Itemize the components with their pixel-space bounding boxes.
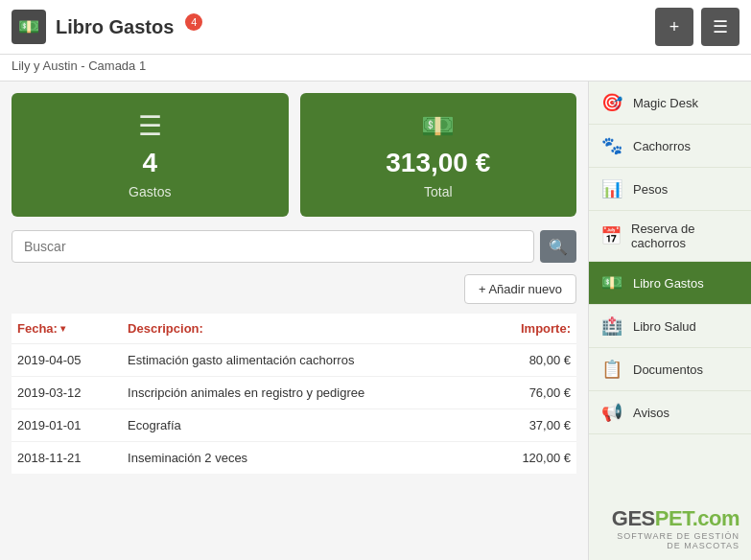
avisos-label: Avisos: [633, 406, 669, 420]
cell-description: Ecografía: [122, 409, 486, 442]
search-row: 🔍: [12, 230, 576, 263]
brand-green: PET: [655, 506, 692, 530]
sidebar-item-pesos[interactable]: 📊 Pesos: [589, 168, 751, 211]
pesos-icon: 📊: [600, 178, 623, 199]
col-importe: Importe:: [486, 314, 576, 344]
sidebar-item-documentos[interactable]: 📋 Documentos: [589, 348, 751, 391]
table-row: 2019-01-01 Ecografía 37,00 €: [12, 409, 576, 442]
search-input[interactable]: [12, 230, 534, 263]
stat-card-gastos: ☰ 4 Gastos: [12, 93, 289, 217]
search-icon: 🔍: [549, 239, 568, 255]
cell-amount: 76,00 €: [486, 377, 576, 409]
menu-icon: ☰: [713, 16, 728, 37]
header-actions: + ☰: [655, 8, 739, 46]
menu-button-header[interactable]: ☰: [701, 8, 739, 46]
brand-sub: Software de Gestión de Mascotas: [600, 531, 739, 550]
avisos-icon: 📢: [600, 402, 623, 423]
cell-description: Inscripción animales en registro y pedig…: [122, 377, 486, 409]
cell-amount: 37,00 €: [486, 409, 576, 442]
gastos-value: 4: [142, 148, 157, 178]
total-icon: 💵: [421, 110, 455, 142]
breadcrumb: Lily y Austin - Camada 1: [0, 55, 751, 82]
sort-arrow-icon: ▾: [60, 323, 65, 334]
sidebar-item-cachorros[interactable]: 🐾 Cachorros: [589, 125, 751, 168]
app-logo-icon: 💵: [12, 10, 46, 44]
content-area: ☰ 4 Gastos 💵 313,00 € Total 🔍 + Añadir n…: [0, 82, 588, 560]
documentos-label: Documentos: [633, 362, 703, 377]
libro-gastos-icon: 💵: [600, 272, 623, 293]
search-button[interactable]: 🔍: [540, 230, 576, 263]
libro-gastos-label: Libro Gastos: [633, 276, 704, 291]
notification-badge: 4: [185, 13, 202, 31]
cell-date: 2019-04-05: [12, 344, 122, 377]
cachorros-label: Cachorros: [633, 139, 691, 153]
cell-date: 2018-11-21: [12, 442, 122, 475]
expense-table: Fecha: ▾ Descripcion: Importe: 2019-04-0…: [12, 314, 576, 474]
add-row: + Añadir nuevo: [12, 274, 576, 304]
sidebar-item-libro-gastos[interactable]: 💵 Libro Gastos: [589, 262, 751, 305]
table-row: 2018-11-21 Inseminación 2 veces 120,00 €: [12, 442, 576, 475]
table-row: 2019-03-12 Inscripción animales en regis…: [12, 377, 576, 409]
main-layout: ☰ 4 Gastos 💵 313,00 € Total 🔍 + Añadir n…: [0, 82, 751, 560]
reserva-icon: 📅: [600, 225, 622, 246]
cell-amount: 80,00 €: [486, 344, 576, 377]
app-title: Libro Gastos: [56, 16, 174, 38]
stat-card-total: 💵 313,00 € Total: [300, 93, 577, 217]
stats-row: ☰ 4 Gastos 💵 313,00 € Total: [12, 93, 576, 217]
brand-dark: GES: [612, 506, 655, 530]
logo-symbol: 💵: [18, 16, 39, 37]
sidebar: 🎯 Magic Desk 🐾 Cachorros 📊 Pesos 📅 Reser…: [588, 82, 751, 560]
total-value: 313,00 €: [386, 148, 490, 178]
sidebar-item-avisos[interactable]: 📢 Avisos: [589, 391, 751, 434]
cell-amount: 120,00 €: [486, 442, 576, 475]
cell-date: 2019-03-12: [12, 377, 122, 409]
header-left: 💵 Libro Gastos 4: [12, 10, 202, 44]
pesos-label: Pesos: [633, 182, 668, 197]
magic-desk-label: Magic Desk: [633, 96, 698, 110]
cell-description: Estimación gasto alimentación cachorros: [122, 344, 486, 377]
app-header: 💵 Libro Gastos 4 + ☰: [0, 0, 751, 55]
gastos-label: Gastos: [129, 184, 171, 199]
cell-description: Inseminación 2 veces: [122, 442, 486, 475]
footer-brand: GESPET.com Software de Gestión de Mascot…: [589, 497, 751, 560]
add-new-button[interactable]: + Añadir nuevo: [464, 274, 576, 304]
table-row: 2019-04-05 Estimación gasto alimentación…: [12, 344, 576, 377]
brand-name: GESPET.com: [600, 506, 739, 531]
cachorros-icon: 🐾: [600, 135, 623, 156]
brand-ext: .com: [692, 506, 739, 530]
libro-salud-label: Libro Salud: [633, 319, 696, 334]
gastos-icon: ☰: [138, 110, 162, 142]
documentos-icon: 📋: [600, 359, 623, 380]
add-button-header[interactable]: +: [655, 8, 693, 46]
cell-date: 2019-01-01: [12, 409, 122, 442]
sidebar-item-libro-salud[interactable]: 🏥 Libro Salud: [589, 305, 751, 348]
table-header-row: Fecha: ▾ Descripcion: Importe:: [12, 314, 576, 344]
magic-desk-icon: 🎯: [600, 92, 623, 113]
libro-salud-icon: 🏥: [600, 315, 623, 337]
col-descripcion: Descripcion:: [122, 314, 486, 344]
reserva-label: Reserva de cachorros: [631, 222, 739, 250]
sidebar-item-magic-desk[interactable]: 🎯 Magic Desk: [589, 82, 751, 125]
total-label: Total: [424, 184, 453, 199]
sidebar-item-reserva[interactable]: 📅 Reserva de cachorros: [589, 211, 751, 262]
col-fecha: Fecha: ▾: [12, 314, 122, 344]
